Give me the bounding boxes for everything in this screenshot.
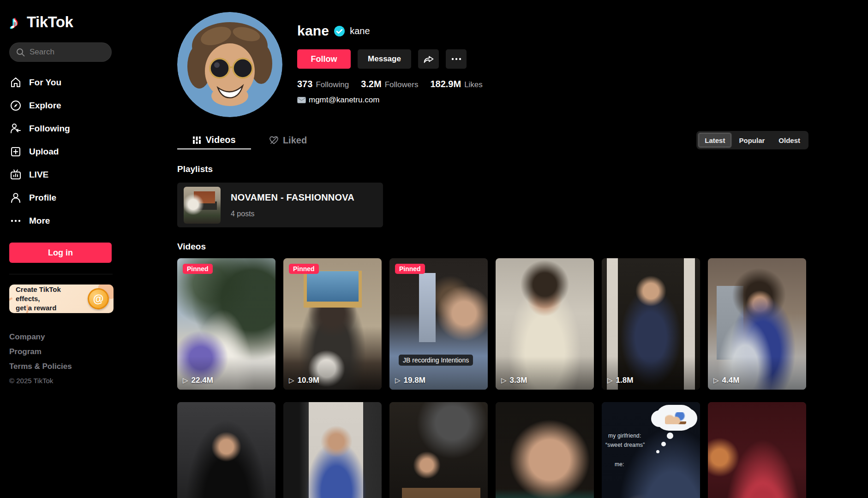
video-thumbnail bbox=[708, 402, 806, 498]
playlist-thumbnail bbox=[184, 187, 221, 224]
sidebar-item-live[interactable]: LIVE bbox=[9, 163, 114, 186]
view-count: ▷ 1.8M bbox=[607, 376, 633, 385]
playlist-card[interactable]: NOVAMEN - FASHIONNOVA 4 posts bbox=[177, 183, 383, 227]
profile-bio: mgmt@kanetru.com bbox=[297, 95, 483, 105]
tiktok-note-icon: ♪ ♪ ♪ bbox=[9, 12, 27, 32]
view-count: ▷ 19.8M bbox=[395, 376, 425, 385]
video-card[interactable]: ▷ 1.8M bbox=[602, 258, 700, 390]
search-icon bbox=[16, 48, 25, 57]
message-button[interactable]: Message bbox=[358, 49, 411, 69]
play-icon: ▷ bbox=[395, 376, 401, 385]
tab-liked[interactable]: Liked bbox=[251, 131, 325, 149]
playlist-info: NOVAMEN - FASHIONNOVA 4 posts bbox=[231, 192, 354, 218]
play-icon: ▷ bbox=[289, 376, 294, 385]
sort-control: Latest Popular Oldest bbox=[696, 131, 808, 149]
view-count: ▷ 4.4M bbox=[713, 376, 739, 385]
sort-oldest[interactable]: Oldest bbox=[772, 132, 807, 148]
video-card[interactable] bbox=[496, 402, 594, 498]
sort-popular[interactable]: Popular bbox=[732, 132, 772, 148]
video-card[interactable]: Pinned JB recording Intentions ▷ 19.8M bbox=[389, 258, 488, 390]
tiktok-logo[interactable]: ♪ ♪ ♪ TikTok bbox=[9, 12, 114, 32]
video-caption-chip: JB recording Intentions bbox=[399, 355, 473, 366]
search-bar[interactable] bbox=[9, 42, 112, 62]
playlist-post-count: 4 posts bbox=[231, 210, 354, 218]
stat-following[interactable]: 373 Following bbox=[297, 79, 349, 89]
username: kane bbox=[297, 23, 329, 39]
liked-heart-slash-icon bbox=[269, 136, 279, 145]
pinned-badge: Pinned bbox=[183, 264, 213, 274]
stat-likes[interactable]: 182.9M Likes bbox=[430, 79, 482, 89]
meme-text: me: bbox=[615, 461, 624, 468]
sidebar-nav: For You Explore Following bbox=[9, 71, 114, 232]
footer-link-terms[interactable]: Terms & Policies bbox=[9, 362, 114, 371]
tiktok-profile-page: ♪ ♪ ♪ TikTok For You bbox=[0, 0, 868, 498]
video-card[interactable]: ▷ 4.4M bbox=[708, 258, 806, 390]
upload-plus-icon bbox=[9, 145, 22, 158]
video-card[interactable] bbox=[389, 402, 488, 498]
sidebar-divider bbox=[9, 274, 113, 274]
tab-videos[interactable]: Videos bbox=[177, 131, 251, 149]
sidebar-item-more[interactable]: More bbox=[9, 209, 114, 232]
sidebar-item-explore[interactable]: Explore bbox=[9, 94, 114, 117]
name-row: kane kane bbox=[297, 22, 483, 40]
bio-text: mgmt@kanetru.com bbox=[309, 95, 379, 105]
video-thumbnail bbox=[283, 402, 382, 498]
footer-link-program[interactable]: Program bbox=[9, 347, 114, 356]
playlists-heading: Playlists bbox=[177, 164, 213, 174]
play-icon: ▷ bbox=[713, 376, 719, 385]
footer-link-company[interactable]: Company bbox=[9, 332, 114, 342]
video-thumbnail bbox=[177, 402, 275, 498]
play-icon: ▷ bbox=[183, 376, 188, 385]
sidebar-item-for-you[interactable]: For You bbox=[9, 71, 114, 94]
video-thumbnail bbox=[496, 402, 594, 498]
video-card[interactable] bbox=[708, 402, 806, 498]
more-options-icon bbox=[451, 58, 461, 60]
video-grid: Pinned ▷ 22.4M Pinned ▷ 10.9M Pinned bbox=[177, 258, 806, 498]
effect-coin-icon: @ bbox=[86, 287, 110, 311]
videos-heading: Videos bbox=[177, 242, 206, 252]
tiktok-wordmark: TikTok bbox=[27, 13, 73, 31]
ellipsis-icon bbox=[9, 214, 22, 227]
share-button[interactable] bbox=[418, 49, 439, 69]
verified-badge-icon bbox=[334, 26, 345, 36]
dream-bed-emoji bbox=[665, 412, 686, 424]
email-icon bbox=[297, 97, 306, 103]
video-card[interactable]: ▷ 3.3M bbox=[496, 258, 594, 390]
copyright: © 2025 TikTok bbox=[9, 377, 114, 385]
display-name: kane bbox=[350, 26, 370, 36]
pinned-badge: Pinned bbox=[395, 264, 425, 274]
share-arrow-icon bbox=[423, 54, 434, 64]
video-card[interactable]: Pinned ▷ 22.4M bbox=[177, 258, 275, 390]
meme-text: my girlfriend: bbox=[608, 433, 641, 439]
login-button[interactable]: Log in bbox=[9, 243, 112, 263]
sidebar-item-profile[interactable]: Profile bbox=[9, 186, 114, 209]
video-thumbnail bbox=[389, 402, 488, 498]
videos-grid-icon bbox=[192, 136, 201, 144]
profile-avatar[interactable] bbox=[177, 12, 282, 117]
main-content: kane kane Follow Message bbox=[177, 0, 808, 498]
profile-stats: 373 Following 3.2M Followers 182.9M Like… bbox=[297, 79, 483, 89]
play-icon: ▷ bbox=[501, 376, 507, 385]
video-card[interactable]: my girlfriend: “sweet dreams” me: bbox=[602, 402, 700, 498]
search-input[interactable] bbox=[30, 47, 99, 57]
tabs-row: Videos Liked Latest Popular Oldest bbox=[177, 131, 808, 150]
video-card[interactable] bbox=[283, 402, 382, 498]
video-card[interactable]: Pinned ▷ 10.9M bbox=[283, 258, 382, 390]
user-follow-icon bbox=[9, 122, 22, 135]
sort-latest[interactable]: Latest bbox=[698, 132, 732, 148]
video-card[interactable] bbox=[177, 402, 275, 498]
stat-followers[interactable]: 3.2M Followers bbox=[361, 79, 418, 89]
live-tv-icon bbox=[9, 168, 22, 181]
compass-icon bbox=[9, 99, 22, 112]
sidebar-item-upload[interactable]: Upload bbox=[9, 140, 114, 163]
sidebar-item-following[interactable]: Following bbox=[9, 117, 114, 140]
profile-info: kane kane Follow Message bbox=[297, 22, 483, 105]
follow-button[interactable]: Follow bbox=[297, 49, 351, 69]
profile-actions: Follow Message bbox=[297, 49, 483, 69]
effects-reward-banner[interactable]: Create TikTok effects, get a reward @ bbox=[9, 285, 114, 313]
view-count: ▷ 3.3M bbox=[501, 376, 527, 385]
thought-bubble bbox=[656, 405, 694, 431]
more-options-button[interactable] bbox=[446, 49, 467, 69]
pinned-badge: Pinned bbox=[289, 264, 319, 274]
view-count: ▷ 22.4M bbox=[183, 376, 213, 385]
